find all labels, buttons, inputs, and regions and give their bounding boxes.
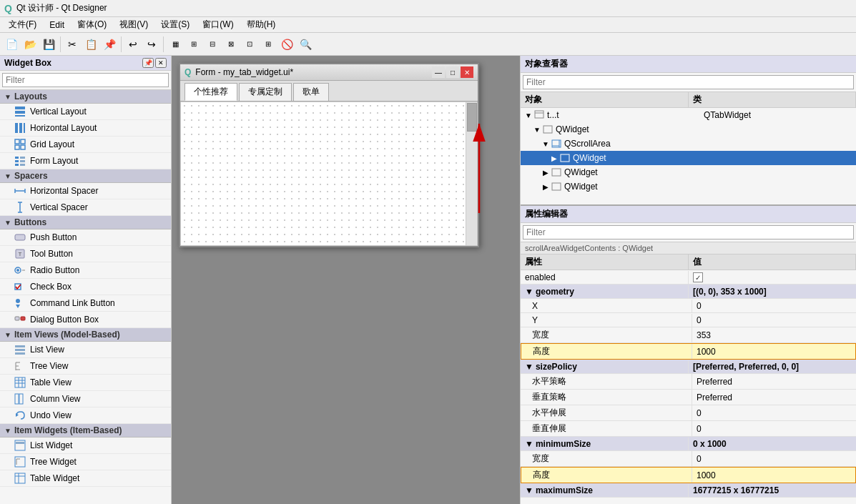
- widget-tree-view[interactable]: Tree View: [0, 358, 171, 375]
- toolbar-layout6[interactable]: ⊞: [260, 36, 277, 53]
- menu-edit[interactable]: Edit: [44, 19, 70, 31]
- push-button-icon: [14, 232, 26, 243]
- menu-window[interactable]: 窗口(W): [197, 17, 239, 32]
- toolbar-redo[interactable]: ↪: [143, 36, 160, 53]
- tree-row-1[interactable]: ▼ QWidget: [521, 122, 856, 137]
- property-filter-input[interactable]: [523, 225, 854, 239]
- form-minimize-btn[interactable]: —: [432, 66, 445, 78]
- prop-row-height-geo[interactable]: 高度 1000: [521, 343, 856, 360]
- widget-dialog-button-box[interactable]: Dialog Button Box: [0, 312, 171, 328]
- tree-row-0[interactable]: ▼ t...t QTabWidget: [521, 108, 856, 122]
- form-layout-label: Form Layout: [30, 156, 78, 166]
- widget-list-view[interactable]: List View: [0, 342, 171, 358]
- widget-table-view[interactable]: Table View: [0, 375, 171, 391]
- widget-radio-button[interactable]: Radio Button: [0, 262, 171, 279]
- toolbar-cut[interactable]: ✂: [64, 36, 81, 53]
- prop-row-geometry[interactable]: ▼ geometry [(0, 0), 353 x 1000]: [521, 285, 856, 299]
- widget-horizontal-layout[interactable]: Horizontal Layout: [0, 120, 171, 137]
- category-item-views[interactable]: ▼ Item Views (Model-Based): [0, 328, 171, 342]
- toolbar-layout1[interactable]: ▦: [167, 36, 184, 53]
- category-spacers[interactable]: ▼ Spacers: [0, 169, 171, 183]
- inspector-filter-input[interactable]: [523, 75, 854, 89]
- prop-row-y[interactable]: Y 0: [521, 313, 856, 327]
- toolbar-sep-1: [60, 36, 61, 52]
- widget-horizontal-spacer[interactable]: Horizontal Spacer: [0, 183, 171, 199]
- toolbar-layout2[interactable]: ⊞: [185, 36, 202, 53]
- toolbar-stop[interactable]: 🚫: [278, 36, 295, 53]
- widget-box-close[interactable]: ✕: [155, 58, 167, 68]
- form-scrollbar[interactable]: [466, 102, 477, 245]
- prop-value-geometry: [(0, 0), 353 x 1000]: [689, 285, 856, 298]
- list-view-label: List View: [30, 345, 64, 355]
- widget-table-widget[interactable]: Table Widget: [0, 470, 171, 487]
- scroll-thumb[interactable]: [467, 103, 477, 132]
- widget-form-layout[interactable]: Form Layout: [0, 153, 171, 169]
- tree-row-4[interactable]: ▶ QWidget: [521, 165, 856, 179]
- toolbar-paste[interactable]: 📌: [101, 36, 118, 53]
- toolbar-preview[interactable]: 🔍: [297, 36, 314, 53]
- widget-check-box[interactable]: Check Box: [0, 279, 171, 295]
- tree-row-3[interactable]: ▶ QWidget: [521, 151, 856, 165]
- menu-view[interactable]: 视图(V): [114, 17, 154, 32]
- widget-command-link-button[interactable]: Command Link Button: [0, 295, 171, 312]
- form-tab-0[interactable]: 个性推荐: [185, 83, 237, 101]
- widget-push-button[interactable]: Push Button: [0, 229, 171, 246]
- menu-help[interactable]: 帮助(H): [241, 17, 282, 32]
- prop-row-minwidth[interactable]: 宽度 0: [521, 451, 856, 467]
- prop-row-hstretch[interactable]: 水平伸展 0: [521, 405, 856, 421]
- category-layouts[interactable]: ▼ Layouts: [0, 90, 171, 104]
- menu-settings[interactable]: 设置(S): [155, 17, 195, 32]
- toolbar-new[interactable]: 📄: [3, 36, 20, 53]
- prop-row-width[interactable]: 宽度 353: [521, 327, 856, 343]
- tree-label-3: QWidget: [573, 153, 712, 163]
- category-item-widgets[interactable]: ▼ Item Widgets (Item-Based): [0, 424, 171, 438]
- form-window-buttons: — □ ✕: [432, 66, 473, 78]
- toolbar-open[interactable]: 📂: [21, 36, 39, 53]
- form-tab-1[interactable]: 专属定制: [239, 83, 292, 101]
- prop-name-enabled: enabled: [521, 271, 689, 284]
- enabled-checkbox[interactable]: [693, 272, 703, 282]
- widget-column-view[interactable]: Column View: [0, 391, 171, 407]
- toolbar-save[interactable]: 💾: [40, 36, 57, 53]
- prop-row-enabled[interactable]: enabled: [521, 270, 856, 285]
- widget-undo-view[interactable]: Undo View: [0, 407, 171, 424]
- widget-tool-button[interactable]: T Tool Button: [0, 246, 171, 262]
- prop-row-vstretch[interactable]: 垂直伸展 0: [521, 421, 856, 437]
- toolbar-copy[interactable]: 📋: [82, 36, 99, 53]
- svg-rect-33: [15, 345, 25, 347]
- svg-rect-3: [15, 123, 18, 133]
- tree-row-2[interactable]: ▼ QScrollArea: [521, 137, 856, 151]
- widget-box-filter-input[interactable]: [2, 73, 169, 87]
- widget-box-pin[interactable]: 📌: [142, 58, 154, 68]
- prop-row-minsize[interactable]: ▼ minimumSize 0 x 1000: [521, 437, 856, 451]
- category-buttons[interactable]: ▼ Buttons: [0, 216, 171, 229]
- prop-row-x[interactable]: X 0: [521, 299, 856, 313]
- svg-rect-11: [20, 157, 25, 159]
- widget-box-label: Widget Box: [4, 58, 51, 68]
- prop-row-hpolicy[interactable]: 水平策略 Preferred: [521, 374, 856, 390]
- prop-row-maxsize[interactable]: ▼ maximumSize 16777215 x 16777215: [521, 483, 856, 498]
- tree-row-5[interactable]: ▶ QWidget: [521, 179, 856, 194]
- form-close-btn[interactable]: ✕: [461, 66, 473, 78]
- widget-tree-widget[interactable]: Tree Widget: [0, 454, 171, 470]
- prop-row-vpolicy[interactable]: 垂直策略 Preferred: [521, 390, 856, 405]
- vertical-layout-icon: [14, 106, 26, 117]
- toolbar-layout5[interactable]: ⊡: [241, 36, 258, 53]
- form-maximize-btn[interactable]: □: [446, 66, 459, 78]
- menu-form[interactable]: 窗体(O): [72, 17, 112, 32]
- menu-file[interactable]: 文件(F): [3, 17, 42, 32]
- prop-row-sizepolicy[interactable]: ▼ sizePolicy [Preferred, Preferred, 0, 0…: [521, 360, 856, 374]
- form-tab-2[interactable]: 歌单: [293, 83, 329, 101]
- horizontal-spacer-label: Horizontal Spacer: [30, 186, 98, 196]
- prop-value-vstretch: 0: [692, 423, 856, 435]
- prop-value-sizepolicy: [Preferred, Preferred, 0, 0]: [689, 360, 856, 373]
- widget-list-widget[interactable]: List Widget: [0, 438, 171, 454]
- prop-row-minheight[interactable]: 高度 1000: [521, 467, 856, 483]
- toolbar-layout4[interactable]: ⊠: [222, 36, 240, 53]
- toolbar-undo[interactable]: ↩: [124, 36, 142, 53]
- toolbar-layout3[interactable]: ⊟: [204, 36, 221, 53]
- svg-rect-15: [20, 164, 25, 166]
- widget-vertical-spacer[interactable]: Vertical Spacer: [0, 199, 171, 216]
- widget-grid-layout[interactable]: Grid Layout: [0, 137, 171, 153]
- widget-vertical-layout[interactable]: Vertical Layout: [0, 104, 171, 120]
